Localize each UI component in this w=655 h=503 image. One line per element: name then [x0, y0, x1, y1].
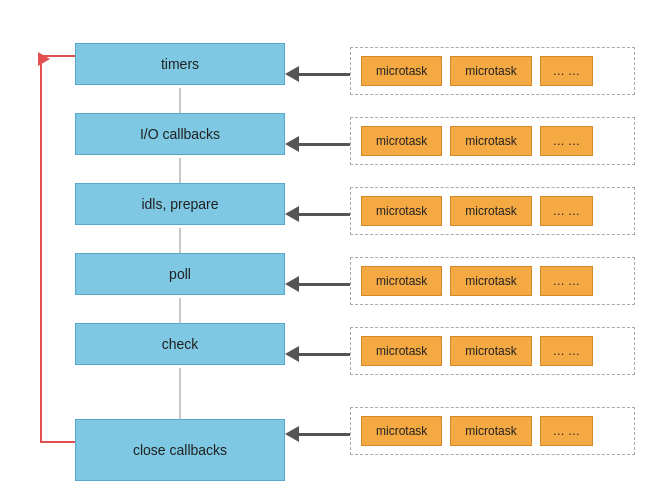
microtask-box-1a: microtask [361, 56, 442, 86]
arrow-head-6 [285, 426, 299, 442]
vertical-connector-4 [179, 298, 181, 323]
microtask-box-5b: microtask [450, 336, 531, 366]
phase-close-callbacks-label: close callbacks [133, 442, 227, 458]
microtask-group-2: microtask microtask … … [350, 117, 635, 165]
arrow-head-1 [285, 66, 299, 82]
arrow-3 [285, 206, 360, 222]
vertical-connector-3 [179, 228, 181, 253]
microtask-box-4a: microtask [361, 266, 442, 296]
arrow-5 [285, 346, 360, 362]
phase-poll-label: poll [169, 266, 191, 282]
microtask-box-6a: microtask [361, 416, 442, 446]
microtask-box-5a: microtask [361, 336, 442, 366]
microtask-box-2a: microtask [361, 126, 442, 156]
arrow-head-4 [285, 276, 299, 292]
microtask-dots-2: … … [540, 126, 593, 156]
loop-back-arrow [40, 55, 75, 443]
arrow-head-3 [285, 206, 299, 222]
microtask-group-4: microtask microtask … … [350, 257, 635, 305]
microtask-box-2b: microtask [450, 126, 531, 156]
microtask-group-1: microtask microtask … … [350, 47, 635, 95]
phase-idls-prepare: idls, prepare [75, 183, 285, 225]
microtask-box-4b: microtask [450, 266, 531, 296]
microtask-group-6: microtask microtask … … [350, 407, 635, 455]
loop-arrow-head [38, 52, 50, 66]
arrow-2 [285, 136, 360, 152]
phase-check-label: check [162, 336, 199, 352]
arrow-head-2 [285, 136, 299, 152]
phase-timers: timers [75, 43, 285, 85]
event-loop-diagram: timers I/O callbacks idls, prepare poll … [0, 0, 655, 503]
microtask-group-3: microtask microtask … … [350, 187, 635, 235]
microtask-dots-6: … … [540, 416, 593, 446]
microtask-dots-5: … … [540, 336, 593, 366]
phase-io-callbacks-label: I/O callbacks [140, 126, 220, 142]
arrow-1 [285, 66, 360, 82]
microtask-dots-1: … … [540, 56, 593, 86]
microtask-box-6b: microtask [450, 416, 531, 446]
vertical-connector-5 [179, 368, 181, 419]
phase-poll: poll [75, 253, 285, 295]
microtask-box-3b: microtask [450, 196, 531, 226]
phase-check: check [75, 323, 285, 365]
arrow-6 [285, 426, 360, 442]
microtask-box-1b: microtask [450, 56, 531, 86]
phase-io-callbacks: I/O callbacks [75, 113, 285, 155]
microtask-dots-3: … … [540, 196, 593, 226]
vertical-connector-2 [179, 158, 181, 183]
arrow-head-5 [285, 346, 299, 362]
microtask-dots-4: … … [540, 266, 593, 296]
phase-close-callbacks: close callbacks [75, 419, 285, 481]
phase-timers-label: timers [161, 56, 199, 72]
arrow-4 [285, 276, 360, 292]
microtask-group-5: microtask microtask … … [350, 327, 635, 375]
vertical-connector-1 [179, 88, 181, 113]
microtask-box-3a: microtask [361, 196, 442, 226]
phase-idls-prepare-label: idls, prepare [141, 196, 218, 212]
